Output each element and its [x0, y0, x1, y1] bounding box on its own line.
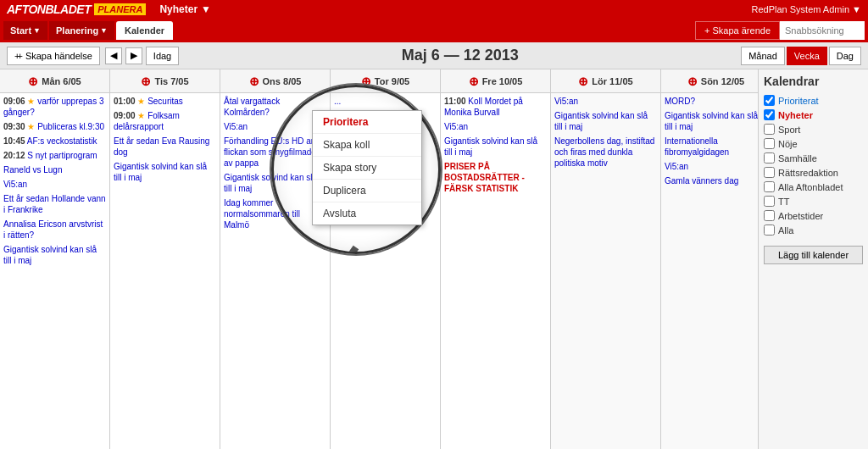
main-layout: ⊕Mån 6/05⊕Tis 7/05⊕Ons 8/05⊕Tor 9/05⊕Fre…	[0, 69, 868, 449]
checkbox-label: Arbetstider	[778, 211, 823, 221]
nav-arrow[interactable]: ▼	[201, 3, 211, 15]
create-issue-button[interactable]: + Skapa ärende	[695, 21, 780, 40]
vecka-button[interactable]: Vecka	[787, 47, 827, 65]
event-time: 20:12	[3, 151, 25, 160]
context-menu-item-0[interactable]: Prioritera	[313, 111, 421, 134]
event-item[interactable]: Vi5:an	[2, 178, 108, 191]
sidebar-checkbox-item-5[interactable]: Rättsredaktion	[764, 167, 863, 178]
event-item[interactable]: Gigantisk solvind kan slå till i maj	[2, 243, 108, 267]
event-item[interactable]: Gigantisk solvind kan slå till i maj	[663, 109, 758, 133]
nyheter-nav[interactable]: Nyheter	[159, 3, 198, 15]
event-item[interactable]: Vi5:an	[663, 160, 758, 173]
event-item[interactable]: Vi5:an	[442, 120, 548, 133]
sidebar-checkbox-item-4[interactable]: Samhälle	[764, 152, 863, 164]
checkbox-alla-aftonbladet[interactable]	[764, 181, 775, 192]
day-header-3: ⊕Tor 9/05	[331, 69, 441, 92]
day-label: Fre 10/05	[482, 76, 523, 86]
context-menu-item-4[interactable]: Avsluta	[313, 202, 421, 224]
event-item[interactable]: Gigantisk solvind kan slå till i maj	[112, 160, 218, 184]
checkbox-alla[interactable]	[764, 224, 775, 236]
planering-button[interactable]: Planering ▼	[49, 21, 114, 40]
checkbox-sport[interactable]	[764, 124, 775, 135]
event-text: Annalisa Ericson arvstvrist i rätten?	[3, 219, 103, 240]
sidebar-checkbox-item-8[interactable]: Arbetstider	[764, 210, 863, 221]
day-headers: ⊕Mån 6/05⊕Tis 7/05⊕Ons 8/05⊕Tor 9/05⊕Fre…	[0, 69, 758, 93]
checkbox-label: Alla Aftonbladet	[778, 182, 843, 192]
event-item[interactable]: Ett år sedan Hollande vann i Frankrike	[2, 192, 108, 216]
event-item[interactable]: Gigantisk solvind kan slå till i maj	[553, 109, 659, 133]
kalender-tab[interactable]: Kalender	[116, 21, 173, 40]
sidebar-checkbox-item-0[interactable]: Prioriterat	[764, 95, 863, 106]
event-text: Gamla vänners dag	[665, 176, 738, 186]
start-button[interactable]: Start ▼	[3, 21, 47, 40]
event-item[interactable]: 09:06 ★ varför upprepas 3 gånger?	[2, 95, 108, 119]
event-item[interactable]: PRISER PÅ BOSTADSRÄTTER - FÄRSK STATISTI…	[442, 160, 548, 195]
context-menu-item-2[interactable]: Skapa story	[313, 157, 421, 180]
add-day-icon[interactable]: ⊕	[578, 75, 588, 88]
add-day-icon[interactable]: ⊕	[141, 75, 151, 88]
event-item[interactable]: Gigantisk solvind kan slå till i maj	[442, 135, 548, 158]
day-header-6: ⊕Sön 12/05	[661, 69, 758, 92]
day-label: Tis 7/05	[154, 76, 188, 86]
add-calendar-button[interactable]: Lägg till kalender	[764, 246, 863, 264]
checkbox-label: Prioriterat	[778, 96, 819, 106]
event-item[interactable]: Internationella fibromyalgidagen	[663, 135, 758, 158]
event-text: AF:s veckostatistik	[27, 136, 97, 146]
event-item[interactable]: 11:00 Koll Mordet på Monika Burvall	[442, 95, 548, 119]
checkbox-nöje[interactable]	[764, 138, 775, 149]
event-item[interactable]: Vi5:an	[553, 95, 659, 108]
checkbox-tt[interactable]	[764, 196, 775, 207]
event-item[interactable]: Gamla vänners dag	[663, 175, 758, 187]
event-text: Gigantisk solvind kan slå till i maj	[554, 111, 648, 131]
event-item[interactable]: Negerbollens dag, instiftad och firas me…	[553, 135, 659, 169]
sidebar-checkbox-item-7[interactable]: TT	[764, 196, 863, 207]
context-menu: PrioriteraSkapa kollSkapa storyDuplicera…	[312, 110, 422, 225]
sidebar-checkbox-item-2[interactable]: Sport	[764, 124, 863, 135]
checkbox-label: Samhälle	[778, 153, 817, 164]
sidebar-checkbox-item-1[interactable]: Nyheter	[764, 109, 863, 120]
event-item[interactable]: 09:00 ★ Folksam delårsrapport	[112, 109, 218, 133]
sidebar-checkboxes: PrioriteratNyheterSportNöjeSamhälleRätts…	[764, 95, 863, 236]
checkbox-samhälle[interactable]	[764, 152, 775, 164]
event-item[interactable]: ...	[332, 95, 438, 108]
sidebar-checkbox-item-9[interactable]: Alla	[764, 224, 863, 236]
sidebar-checkbox-item-3[interactable]: Nöje	[764, 138, 863, 149]
add-day-icon[interactable]: ⊕	[28, 75, 38, 88]
quick-search-input[interactable]	[780, 21, 865, 40]
today-button[interactable]: Idag	[146, 47, 179, 65]
dag-button[interactable]: Dag	[829, 47, 861, 65]
event-item[interactable]: 10:45 AF:s veckostatistik	[2, 135, 108, 147]
add-day-icon[interactable]: ⊕	[469, 75, 479, 88]
checkbox-rättsredaktion[interactable]	[764, 167, 775, 178]
event-item[interactable]: MORD?	[663, 95, 758, 108]
event-text: Gigantisk solvind kan slå till i maj	[224, 173, 317, 193]
add-day-icon[interactable]: ⊕	[361, 75, 371, 88]
context-menu-item-1[interactable]: Skapa koll	[313, 134, 421, 157]
checkbox-nyheter[interactable]	[764, 109, 775, 120]
event-time: 11:00	[444, 97, 466, 106]
admin-text[interactable]: RedPlan System Admin ▼	[752, 4, 862, 14]
event-item[interactable]: 01:00 ★ Securitas	[112, 95, 218, 108]
start-arrow: ▼	[33, 26, 41, 35]
context-menu-item-3[interactable]: Duplicera	[313, 180, 421, 202]
event-item[interactable]: 20:12 S nyt partiprogram	[2, 149, 108, 162]
manad-button[interactable]: Månad	[741, 47, 785, 65]
add-day-icon[interactable]: ⊕	[687, 75, 698, 88]
event-item[interactable]: Annalisa Ericson arvstvrist i rätten?	[2, 218, 108, 241]
event-time: 09:06	[3, 97, 25, 106]
event-item[interactable]: Raneld vs Lugn	[2, 164, 108, 176]
event-item[interactable]: Ett år sedan Eva Rausing dog	[112, 135, 218, 158]
aftonbladet-logo: AFTONBLADET	[7, 3, 91, 16]
event-item[interactable]: 09:30 ★ Publiceras kl.9:30	[2, 120, 108, 133]
add-day-icon[interactable]: ⊕	[249, 75, 259, 88]
day-col-5: Vi5:anGigantisk solvind kan slå till i m…	[551, 93, 661, 449]
prev-button[interactable]: ◀	[105, 47, 122, 64]
event-text: Raneld vs Lugn	[3, 165, 63, 175]
checkbox-prioriterat[interactable]	[764, 95, 775, 106]
checkbox-arbetstider[interactable]	[764, 210, 775, 221]
create-event-button[interactable]: + + Skapa händelse	[7, 47, 100, 65]
date-nav: ◀ ▶ Idag	[105, 47, 179, 65]
day-col-1: 01:00 ★ Securitas09:00 ★ Folksam delårsr…	[110, 93, 220, 449]
sidebar-checkbox-item-6[interactable]: Alla Aftonbladet	[764, 181, 863, 192]
next-button[interactable]: ▶	[125, 47, 142, 64]
